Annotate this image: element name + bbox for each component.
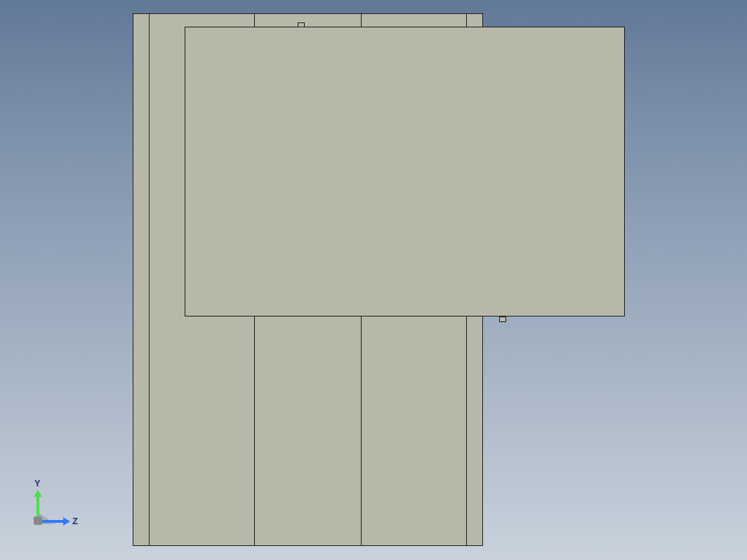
axis-y-label: Y — [34, 478, 41, 488]
axis-z — [41, 520, 65, 523]
model-edge-line — [149, 13, 150, 546]
coordinate-triad[interactable]: Y Z — [21, 483, 70, 532]
cad-viewport[interactable]: Y Z — [0, 0, 747, 560]
axis-y — [37, 495, 39, 519]
model-notch-feature[interactable] — [499, 316, 506, 322]
axis-z-arrow-icon — [63, 517, 70, 526]
triad-origin — [34, 516, 42, 525]
axis-y-arrow-icon — [34, 490, 42, 497]
model-front-panel[interactable] — [185, 27, 625, 316]
axis-z-label: Z — [72, 516, 78, 526]
